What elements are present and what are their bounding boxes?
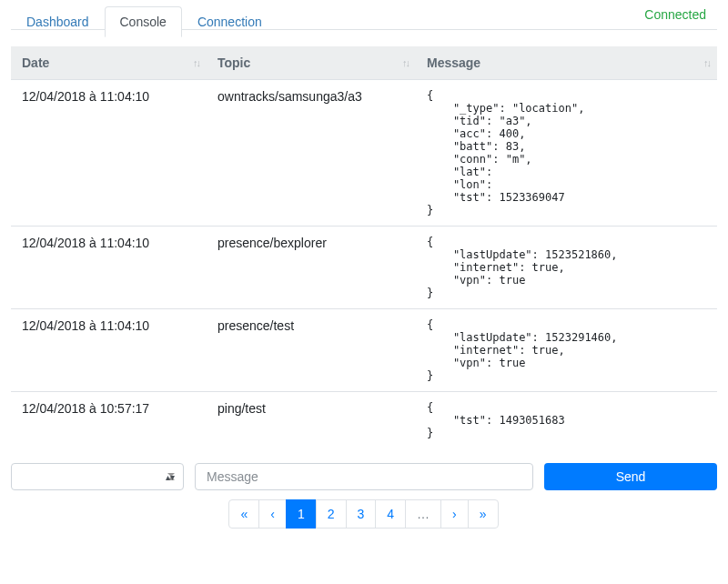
page-link[interactable]: 4: [375, 499, 406, 529]
tab-dashboard[interactable]: Dashboard: [11, 6, 105, 37]
cell-topic: presence/test: [207, 309, 416, 392]
cell-message: { "lastUpdate": 1523291460, "internet": …: [416, 309, 717, 392]
message-payload: { "_type": "location", "tid": "a3", "acc…: [427, 89, 706, 216]
column-topic-label: Topic: [217, 55, 250, 70]
topic-select[interactable]: [11, 463, 184, 490]
message-payload: { "lastUpdate": 1523291460, "internet": …: [427, 318, 706, 382]
tab-console[interactable]: Console: [105, 6, 182, 37]
message-input[interactable]: [195, 463, 533, 490]
page-link: …: [405, 499, 441, 529]
nav-tabs: Dashboard Console Connection Connected: [11, 0, 717, 30]
cell-date: 12/04/2018 à 10:57:17: [11, 392, 207, 449]
page-link[interactable]: «: [228, 499, 259, 529]
cell-date: 12/04/2018 à 11:04:10: [11, 309, 207, 392]
table-row: 12/04/2018 à 10:57:17ping/test{ "tst": 1…: [11, 392, 717, 449]
column-message-label: Message: [427, 55, 480, 70]
messages-table: Date ↑↓ Topic ↑↓ Message ↑↓ 12/04/2018 à…: [11, 46, 717, 448]
cell-topic: presence/bexplorer: [207, 227, 416, 309]
page-link[interactable]: 3: [346, 499, 377, 529]
cell-message: { "lastUpdate": 1523521860, "internet": …: [416, 227, 717, 309]
pagination: «‹1234…›»: [11, 499, 717, 529]
column-date[interactable]: Date ↑↓: [11, 46, 207, 80]
cell-date: 12/04/2018 à 11:04:10: [11, 80, 207, 227]
column-topic[interactable]: Topic ↑↓: [207, 46, 416, 80]
page-link[interactable]: ›: [440, 499, 469, 529]
message-payload: { "lastUpdate": 1523521860, "internet": …: [427, 236, 706, 299]
sort-icon: ↑↓: [402, 57, 409, 68]
chevron-updown-icon: ▴▾: [166, 472, 175, 482]
send-button[interactable]: Send: [544, 463, 717, 490]
column-date-label: Date: [22, 55, 49, 70]
tab-connection[interactable]: Connection: [182, 6, 278, 37]
cell-topic: ping/test: [207, 392, 416, 449]
cell-message: { "tst": 1493051683 }: [416, 392, 717, 449]
sort-icon: ↑↓: [193, 57, 199, 68]
column-message[interactable]: Message ↑↓: [416, 46, 717, 80]
connection-status: Connected: [633, 0, 717, 29]
table-row: 12/04/2018 à 11:04:10presence/test{ "las…: [11, 309, 717, 392]
page-link[interactable]: »: [468, 499, 499, 529]
message-payload: { "tst": 1493051683 }: [427, 401, 706, 439]
page-link[interactable]: 2: [316, 499, 347, 529]
table-row: 12/04/2018 à 11:04:10owntracks/samsunga3…: [11, 80, 717, 227]
sort-icon: ↑↓: [703, 57, 710, 68]
table-row: 12/04/2018 à 11:04:10presence/bexplorer{…: [11, 227, 717, 309]
page-link[interactable]: 1: [286, 499, 317, 529]
cell-message: { "_type": "location", "tid": "a3", "acc…: [416, 80, 717, 227]
page-link[interactable]: ‹: [258, 499, 287, 529]
cell-date: 12/04/2018 à 11:04:10: [11, 227, 207, 309]
cell-topic: owntracks/samsunga3/a3: [207, 80, 416, 227]
